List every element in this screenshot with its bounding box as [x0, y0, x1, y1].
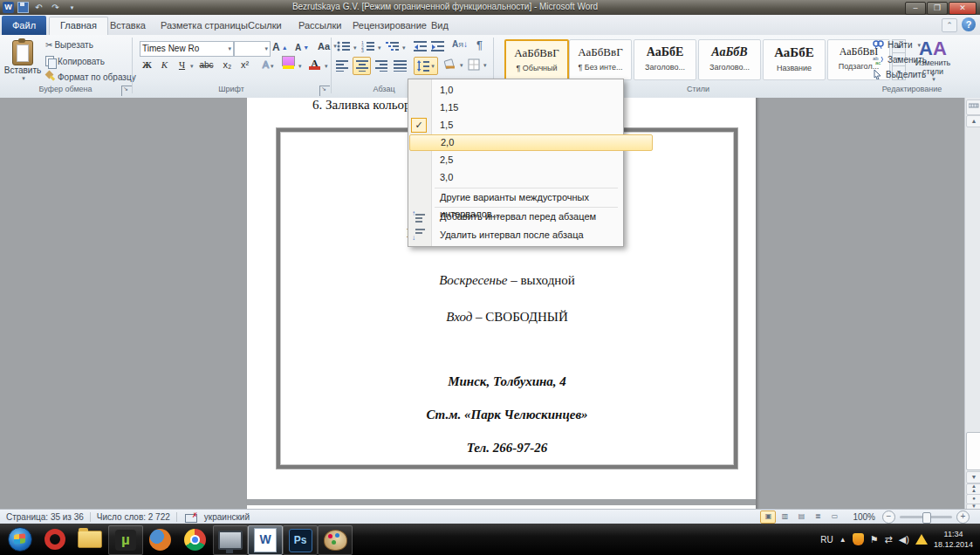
zoom-slider[interactable]	[900, 516, 952, 518]
tray-action-center-flag-icon[interactable]: ⚑	[870, 534, 879, 545]
help-icon[interactable]: ?	[962, 17, 976, 31]
print-layout-view-icon[interactable]: ▣	[760, 510, 776, 524]
fullscreen-reading-view-icon[interactable]: ▥	[777, 510, 792, 524]
zoom-slider-thumb[interactable]	[922, 512, 931, 524]
remove-space-after-paragraph[interactable]: Удалить интервал после абзаца	[409, 227, 651, 243]
font-name-combo[interactable]: Times New Ro▾	[140, 41, 234, 57]
align-left-button[interactable]	[335, 58, 351, 73]
taskbar-photoshop-icon[interactable]: Ps	[283, 525, 318, 555]
collapse-ribbon-icon[interactable]: ⌃	[942, 18, 957, 32]
zoom-out-icon[interactable]: −	[882, 510, 895, 524]
maximize-button[interactable]: ❐	[927, 2, 948, 15]
highlight-color-icon[interactable]	[281, 56, 296, 71]
bold-button[interactable]: Ж	[140, 58, 154, 72]
italic-button[interactable]: К	[157, 58, 172, 72]
scroll-up-icon[interactable]: ▲	[966, 115, 980, 127]
subscript-button[interactable]: x₂	[220, 58, 235, 72]
start-button[interactable]	[3, 525, 37, 553]
spacing-option-1-15[interactable]: 1,15	[409, 99, 651, 116]
copy-button[interactable]: Копировать	[45, 56, 105, 67]
superscript-button[interactable]: x²	[237, 58, 252, 72]
underline-dropdown-arrow[interactable]: ▾	[190, 63, 194, 70]
bullets-button[interactable]	[337, 40, 351, 52]
line-spacing-button[interactable]: ▾	[414, 57, 438, 75]
show-marks-button[interactable]: ¶	[476, 38, 483, 51]
web-layout-view-icon[interactable]: ▤	[793, 510, 809, 524]
zoom-in-icon[interactable]: +	[956, 510, 970, 524]
taskbar-firefox-icon[interactable]	[143, 525, 176, 553]
line-spacing-dropdown-arrow[interactable]: ▾	[431, 63, 435, 70]
tray-gdrive-icon[interactable]	[915, 534, 928, 545]
vertical-scrollbar[interactable]: ▲ ▼ ▲▲ ● ▼▼	[964, 98, 980, 509]
justify-button[interactable]	[393, 58, 408, 73]
spacing-option-2-5[interactable]: 2,5	[409, 152, 651, 168]
font-size-combo[interactable]: ▾	[234, 41, 271, 57]
tray-clock[interactable]: 11:34 18.12.2014	[934, 529, 973, 550]
format-painter-button[interactable]: Формат по образцу	[45, 72, 136, 82]
tab-file[interactable]: Файл	[2, 16, 46, 35]
align-right-button[interactable]	[373, 58, 389, 73]
underline-button[interactable]: Ч	[175, 58, 189, 72]
tray-antivirus-icon[interactable]	[853, 533, 864, 545]
zoom-level[interactable]: 100%	[853, 512, 875, 522]
cut-button[interactable]: ✂ Вырезать	[45, 40, 93, 50]
taskbar-explorer-icon[interactable]	[73, 525, 106, 553]
draft-view-icon[interactable]: ▭	[826, 510, 842, 524]
close-button[interactable]: ✕	[949, 2, 977, 15]
align-center-button[interactable]	[353, 57, 371, 75]
style-no-spacing[interactable]: АаБбВвГ ¶ Без инте...	[569, 39, 632, 80]
change-case-button[interactable]: Аа▾	[318, 41, 337, 51]
paste-label: Вставить	[4, 65, 41, 75]
spacing-option-2-0[interactable]: 2,0	[409, 134, 653, 151]
taskbar-paint-icon[interactable]	[318, 525, 353, 555]
select-button[interactable]: Выделить▾	[873, 70, 935, 79]
tray-volume-icon[interactable]: ◀)	[899, 534, 909, 545]
ruler-toggle-icon[interactable]	[966, 99, 980, 115]
replace-button[interactable]: abac Заменить	[873, 55, 927, 65]
multilevel-list-button[interactable]	[386, 40, 400, 52]
tab-insert[interactable]: Вставка	[99, 17, 156, 35]
tray-hidden-icons-arrow[interactable]: ▲	[840, 536, 846, 544]
paste-button[interactable]: Вставить ▾	[5, 38, 40, 84]
clipboard-dialog-launcher[interactable]	[121, 86, 132, 96]
sort-button[interactable]: АЯ↓	[452, 39, 468, 49]
decrease-indent-button[interactable]	[414, 40, 428, 52]
taskbar-remote-desktop-icon[interactable]	[213, 525, 248, 555]
page-indicator[interactable]: Страница: 35 из 36	[6, 512, 84, 522]
font-dialog-launcher[interactable]	[319, 86, 330, 96]
tray-network-icon[interactable]: ⇄	[885, 534, 893, 545]
style-heading1[interactable]: АаБбЕ Заголово...	[634, 39, 696, 80]
language-indicator[interactable]: украинский	[204, 512, 250, 522]
tab-view[interactable]: Вид	[421, 17, 459, 35]
minimize-button[interactable]: –	[905, 2, 926, 15]
scroll-down-icon[interactable]: ▼	[966, 471, 980, 483]
scrollbar-thumb[interactable]	[966, 432, 980, 470]
paste-dropdown-arrow[interactable]: ▾	[22, 75, 25, 82]
increase-indent-button[interactable]	[431, 40, 445, 52]
outline-view-icon[interactable]: ≣	[810, 510, 826, 524]
proofing-errors-icon[interactable]	[185, 513, 195, 522]
spacing-option-3-0[interactable]: 3,0	[409, 169, 651, 186]
shrink-font-button[interactable]: А▼	[295, 43, 309, 52]
numbering-button[interactable]: 123	[361, 40, 375, 52]
shading-button[interactable]	[443, 58, 457, 71]
word-count[interactable]: Число слов: 2 722	[97, 512, 170, 522]
font-color-icon[interactable]: А	[307, 56, 322, 71]
tray-language-indicator[interactable]: RU	[820, 535, 833, 545]
taskbar-utorrent-icon[interactable]: µ	[108, 525, 143, 555]
find-button[interactable]: Найти▾	[873, 40, 921, 50]
spacing-more-options[interactable]: Другие варианты междустрочных интервалов…	[409, 189, 651, 206]
taskbar-chrome-icon[interactable]	[178, 525, 211, 553]
taskbar-opera-icon[interactable]	[38, 525, 72, 553]
spacing-option-1-0[interactable]: 1,0	[409, 82, 651, 99]
taskbar-word-icon[interactable]	[248, 525, 283, 555]
borders-button[interactable]	[468, 58, 481, 71]
strikethrough-button[interactable]: abс	[199, 58, 214, 72]
add-space-before-paragraph[interactable]: Добавить интервал перед абзацем	[409, 209, 651, 225]
style-heading2[interactable]: АаБбВ Заголово...	[698, 39, 761, 80]
style-title[interactable]: АаБбЕ Название	[763, 39, 826, 80]
tab-references[interactable]: Ссылки	[237, 17, 292, 35]
style-normal[interactable]: АаБбВвГ ¶ Обычный	[504, 39, 569, 82]
grow-font-button[interactable]: А▲	[272, 41, 288, 53]
spacing-option-1-5[interactable]: 1,5	[409, 117, 651, 134]
